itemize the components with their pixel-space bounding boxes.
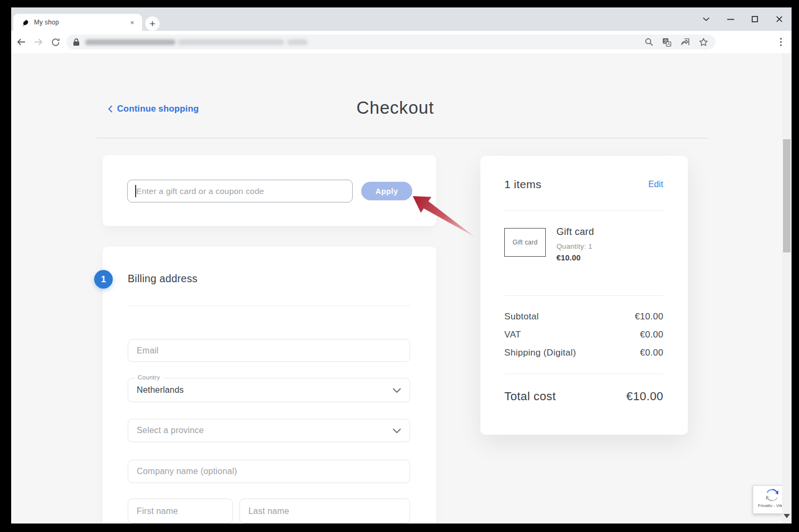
row-value: €0.00	[640, 330, 663, 340]
search-icon[interactable]	[645, 38, 653, 46]
coupon-card: Apply	[103, 155, 436, 226]
reload-icon[interactable]	[49, 36, 62, 48]
step-number-badge: 1	[94, 270, 113, 289]
order-summary-card: 1 items Edit Gift card Gift card Quantit…	[480, 156, 688, 435]
scrollbar-thumb[interactable]	[783, 139, 790, 252]
tab-close-icon[interactable]: ×	[128, 18, 137, 27]
total-label: Total cost	[504, 390, 556, 403]
translate-icon[interactable]: 文A	[662, 38, 671, 47]
forward-icon[interactable]	[32, 36, 45, 48]
blurred-url-segment	[85, 39, 176, 45]
row-label: VAT	[504, 330, 521, 340]
summary-row-shipping: Shipping (Digital) €0.00	[504, 348, 663, 358]
browser-tab[interactable]: My shop ×	[13, 14, 142, 31]
province-select[interactable]: Select a province	[128, 419, 410, 442]
tab-title: My shop	[34, 19, 128, 26]
billing-title: Billing address	[128, 273, 197, 285]
summary-divider	[504, 210, 663, 211]
item-name: Gift card	[556, 226, 594, 238]
browser-menu-icon[interactable]	[775, 36, 787, 48]
summary-divider	[504, 295, 663, 296]
back-icon[interactable]	[15, 36, 28, 48]
minimize-icon[interactable]	[718, 10, 743, 28]
gift-card-thumbnail: Gift card	[504, 228, 546, 257]
chevron-left-icon	[108, 105, 113, 113]
total-cost-row: Total cost €10.00	[504, 390, 663, 403]
coupon-input[interactable]	[127, 180, 353, 202]
scrollbar-down-arrow-icon[interactable]	[784, 514, 790, 518]
last-name-field[interactable]	[239, 499, 410, 523]
blurred-url-segment	[178, 39, 284, 45]
row-value: €0.00	[640, 348, 663, 358]
close-icon[interactable]	[767, 10, 792, 28]
blurred-url-segment	[287, 39, 307, 45]
bookmark-star-icon[interactable]	[699, 38, 708, 47]
country-select[interactable]: Netherlands	[128, 378, 410, 402]
item-quantity: Quantity: 1	[556, 242, 593, 250]
row-label: Shipping (Digital)	[504, 348, 576, 358]
chevron-down-icon	[393, 428, 401, 433]
country-label: Country	[135, 374, 163, 381]
row-value: €10.00	[635, 311, 663, 322]
maximize-icon[interactable]	[743, 10, 767, 28]
billing-divider	[128, 306, 410, 306]
continue-shopping-link[interactable]: Continue shopping	[108, 104, 199, 114]
text-caret	[135, 185, 136, 197]
new-tab-button[interactable]: +	[145, 16, 160, 31]
items-count-label: 1 items	[504, 178, 542, 191]
favicon-bird-icon	[22, 19, 30, 27]
company-name-field[interactable]	[128, 460, 410, 483]
browser-window: My shop × + 文A	[11, 7, 792, 523]
row-label: Subtotal	[504, 311, 539, 322]
chevron-down-icon	[393, 388, 401, 393]
first-name-field[interactable]	[128, 499, 233, 523]
summary-row-vat: VAT €0.00	[504, 330, 663, 340]
total-value: €10.00	[626, 390, 663, 403]
email-field[interactable]	[128, 339, 410, 362]
tab-strip: My shop × +	[11, 7, 792, 31]
lock-icon	[73, 38, 80, 46]
address-bar[interactable]: 文A	[66, 35, 715, 49]
scrollbar-track[interactable]	[782, 53, 792, 523]
summary-row-subtotal: Subtotal €10.00	[504, 311, 663, 322]
checkout-page: Continue shopping Checkout Apply 1 Billi…	[11, 53, 792, 523]
edit-link[interactable]: Edit	[648, 180, 663, 189]
recaptcha-icon	[765, 488, 779, 502]
header-divider	[97, 138, 709, 139]
share-icon[interactable]	[680, 38, 690, 46]
continue-shopping-label: Continue shopping	[117, 104, 199, 114]
window-menu-chevron-icon[interactable]	[694, 10, 718, 28]
province-placeholder: Select a province	[137, 426, 204, 435]
item-price: €10.00	[556, 254, 581, 262]
summary-divider	[504, 374, 663, 374]
page-title: Checkout	[236, 98, 555, 118]
country-value: Netherlands	[137, 385, 184, 395]
browser-toolbar: 文A	[11, 31, 792, 53]
window-controls	[694, 7, 792, 31]
apply-button[interactable]: Apply	[361, 182, 412, 200]
